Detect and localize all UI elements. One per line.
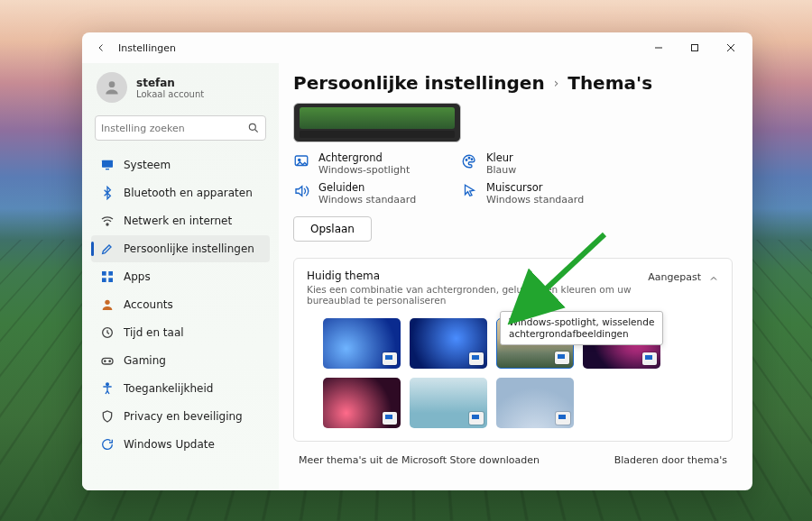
- footer-links: Meer thema's uit de Microsoft Store down…: [293, 454, 733, 466]
- main-content: Persoonlijke instellingen › Thema's Acht…: [279, 63, 752, 490]
- theme-thumb[interactable]: [410, 318, 487, 369]
- sidebar-item-accessibility[interactable]: Toegankelijkheid: [91, 375, 270, 402]
- svg-rect-16: [102, 358, 113, 364]
- sidebar: stefan Lokaal account Systeem Bluetooth …: [82, 63, 279, 490]
- svg-point-23: [471, 159, 473, 160]
- chevron-up-icon[interactable]: [708, 273, 719, 284]
- svg-point-22: [468, 158, 470, 160]
- theme-thumb[interactable]: [410, 378, 487, 428]
- theme-thumb[interactable]: [496, 378, 574, 428]
- crumb-parent[interactable]: Persoonlijke instellingen: [293, 72, 545, 94]
- sidebar-item-label: Netwerk en internet: [124, 215, 232, 227]
- monitor-icon: [100, 158, 115, 172]
- svg-point-9: [106, 224, 108, 225]
- sidebar-item-privacy[interactable]: Privacy en beveiliging: [91, 403, 270, 430]
- sidebar-item-label: Persoonlijke instellingen: [124, 242, 254, 255]
- theme-thumbnails: Windows-spotlight, wisselende achtergron…: [323, 318, 719, 428]
- svg-rect-13: [108, 278, 113, 282]
- sidebar-item-label: Gaming: [124, 354, 166, 367]
- browse-themes-link[interactable]: Bladeren door thema's: [614, 454, 727, 466]
- account-sub: Lokaal account: [136, 89, 204, 99]
- svg-point-20: [299, 159, 300, 160]
- breadcrumb: Persoonlijke instellingen › Thema's: [293, 72, 733, 94]
- sidebar-item-label: Windows Update: [124, 438, 215, 451]
- theme-properties: AchtergrondWindows-spotlight KleurBlauw …: [293, 151, 733, 206]
- sidebar-item-label: Toegankelijkheid: [124, 382, 213, 395]
- sidebar-item-gaming[interactable]: Gaming: [91, 347, 270, 374]
- palette-icon: [461, 153, 477, 169]
- sidebar-item-windows-update[interactable]: Windows Update: [91, 431, 270, 458]
- section-title: Huidig thema: [307, 270, 648, 282]
- theme-thumb[interactable]: [323, 318, 401, 369]
- search-input[interactable]: [101, 123, 247, 134]
- sidebar-item-system[interactable]: Systeem: [91, 151, 270, 178]
- shield-icon: [100, 409, 115, 424]
- sidebar-item-label: Tijd en taal: [124, 326, 184, 339]
- svg-point-5: [249, 123, 255, 130]
- section-desc: Kies een combinatie van achtergronden, g…: [307, 284, 648, 306]
- bluetooth-icon: [100, 186, 115, 200]
- sidebar-item-network[interactable]: Netwerk en internet: [91, 207, 270, 234]
- back-button[interactable]: [91, 38, 111, 58]
- crumb-page: Thema's: [567, 72, 652, 94]
- svg-point-17: [109, 361, 110, 361]
- app-title: Instellingen: [118, 42, 176, 54]
- theme-thumb[interactable]: [323, 378, 401, 428]
- svg-rect-10: [102, 271, 106, 276]
- prop-color[interactable]: KleurBlauw: [461, 151, 605, 176]
- prop-cursor[interactable]: MuiscursorWindows standaard: [461, 181, 605, 206]
- maximize-button[interactable]: [677, 34, 713, 61]
- apps-icon: [100, 270, 115, 284]
- search-box[interactable]: [95, 115, 266, 141]
- svg-rect-8: [106, 169, 109, 169]
- clock-icon: [100, 325, 115, 340]
- tooltip: Windows-spotlight, wisselende achtergron…: [500, 311, 663, 345]
- sidebar-item-label: Apps: [124, 270, 151, 283]
- save-button[interactable]: Opslaan: [293, 216, 372, 242]
- sound-icon: [293, 183, 309, 199]
- avatar: [97, 72, 127, 103]
- sidebar-item-bluetooth[interactable]: Bluetooth en apparaten: [91, 179, 270, 206]
- chevron-right-icon: ›: [554, 76, 559, 90]
- picture-icon: [293, 153, 309, 169]
- titlebar: Instellingen: [82, 32, 752, 63]
- svg-rect-11: [108, 271, 113, 276]
- sidebar-item-time-language[interactable]: Tijd en taal: [91, 319, 270, 346]
- settings-window: Instellingen stefan Lokaal account: [82, 32, 752, 490]
- accessibility-icon: [100, 381, 115, 396]
- svg-line-6: [255, 130, 258, 133]
- sidebar-item-label: Systeem: [124, 159, 171, 171]
- account-block[interactable]: stefan Lokaal account: [91, 69, 270, 112]
- wifi-icon: [100, 214, 115, 228]
- account-name: stefan: [136, 77, 204, 89]
- brush-icon: [100, 242, 115, 256]
- sidebar-item-accounts[interactable]: Accounts: [91, 291, 270, 318]
- svg-rect-12: [102, 278, 106, 282]
- current-theme-section: Huidig thema Kies een combinatie van ach…: [293, 258, 733, 442]
- sidebar-item-apps[interactable]: Apps: [91, 263, 270, 290]
- theme-preview: [293, 103, 461, 142]
- prop-sounds[interactable]: GeluidenWindows standaard: [293, 181, 438, 206]
- svg-point-4: [109, 81, 115, 87]
- sidebar-item-personalization[interactable]: Persoonlijke instellingen: [91, 235, 270, 262]
- more-themes-link[interactable]: Meer thema's uit de Microsoft Store down…: [299, 454, 540, 466]
- sidebar-item-label: Bluetooth en apparaten: [124, 187, 253, 199]
- svg-point-18: [106, 383, 109, 386]
- minimize-button[interactable]: [641, 34, 677, 61]
- sidebar-item-label: Privacy en beveiliging: [124, 410, 243, 423]
- person-icon: [100, 297, 115, 312]
- prop-background[interactable]: AchtergrondWindows-spotlight: [293, 151, 438, 176]
- gaming-icon: [100, 353, 115, 368]
- nav-list: Systeem Bluetooth en apparaten Netwerk e…: [91, 151, 270, 458]
- svg-point-21: [466, 160, 467, 161]
- sidebar-item-label: Accounts: [124, 298, 173, 311]
- svg-rect-1: [692, 45, 698, 51]
- svg-rect-7: [102, 160, 113, 168]
- close-button[interactable]: [713, 34, 749, 61]
- section-status: Aangepast: [648, 271, 701, 283]
- cursor-icon: [461, 183, 477, 199]
- update-icon: [100, 437, 115, 452]
- svg-point-14: [105, 300, 109, 305]
- search-icon: [247, 122, 260, 134]
